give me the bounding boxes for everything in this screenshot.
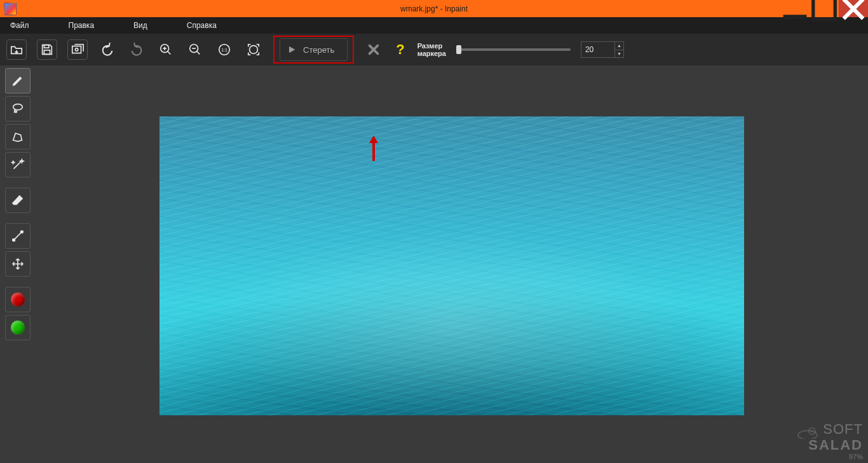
- color-green[interactable]: [5, 315, 31, 340]
- watermark-line1: SOFT: [823, 421, 863, 437]
- annotation-arrow-icon: [367, 134, 380, 162]
- erase-label: Стереть: [303, 45, 334, 55]
- play-icon: [287, 45, 297, 55]
- svg-point-11: [13, 104, 22, 110]
- color-red[interactable]: [5, 287, 31, 312]
- zoom-out-button[interactable]: [186, 40, 205, 59]
- save-button[interactable]: [37, 39, 57, 60]
- workspace: [0, 66, 868, 463]
- tool-polygon[interactable]: [5, 124, 31, 149]
- slider-thumb[interactable]: [456, 45, 461, 54]
- watermark-icon: [797, 425, 818, 439]
- canvas-area: [35, 66, 868, 463]
- undo-button[interactable]: [98, 40, 117, 59]
- spinner-down[interactable]: ▼: [614, 50, 623, 58]
- svg-point-12: [12, 239, 15, 242]
- watermark-pct: 97%: [797, 453, 863, 460]
- help-button[interactable]: ?: [393, 41, 407, 58]
- tool-line[interactable]: [5, 223, 31, 249]
- svg-point-10: [250, 46, 258, 54]
- svg-rect-2: [44, 45, 48, 48]
- erase-button[interactable]: Стереть: [280, 38, 348, 61]
- marker-size-spinner[interactable]: ▲ ▼: [581, 41, 624, 58]
- tool-eraser[interactable]: [5, 188, 31, 213]
- menu-edit[interactable]: Правка: [61, 18, 102, 32]
- redo-button[interactable]: [127, 40, 146, 59]
- watermark-line2: SALAD: [797, 439, 863, 452]
- svg-rect-3: [44, 50, 50, 54]
- cancel-button[interactable]: [364, 40, 383, 59]
- titlebar: wmark.jpg* - Inpaint: [0, 0, 868, 17]
- tool-marker[interactable]: [5, 68, 31, 93]
- toolbar: 1:1 Стереть ? Размер маркера ▲ ▼: [0, 34, 868, 66]
- spinner-up[interactable]: ▲: [614, 42, 623, 50]
- marker-size-slider[interactable]: [456, 48, 571, 51]
- menu-file[interactable]: Файл: [3, 18, 37, 32]
- erase-highlight: Стереть: [273, 36, 354, 64]
- tool-lasso[interactable]: [5, 96, 31, 121]
- zoom-fit-button[interactable]: [244, 40, 263, 59]
- svg-point-13: [20, 231, 23, 233]
- batch-button[interactable]: [67, 39, 88, 60]
- svg-point-5: [75, 48, 78, 51]
- svg-rect-0: [783, 15, 807, 19]
- svg-point-15: [811, 430, 813, 432]
- sidebar: [0, 66, 35, 463]
- canvas-image[interactable]: [159, 116, 744, 415]
- tool-move[interactable]: [5, 251, 31, 277]
- svg-rect-4: [72, 46, 81, 53]
- watermark: SOFT SALAD 97%: [797, 423, 863, 460]
- marker-size-input[interactable]: [581, 42, 614, 57]
- marker-size-label: Размер маркера: [417, 42, 446, 57]
- menubar: Файл Правка Вид Справка: [0, 17, 868, 34]
- tool-magic-wand[interactable]: [5, 152, 31, 177]
- window-title: wmark.jpg* - Inpaint: [0, 4, 868, 13]
- zoom-in-button[interactable]: [156, 40, 175, 59]
- menu-view[interactable]: Вид: [126, 18, 155, 32]
- svg-text:1:1: 1:1: [221, 48, 227, 52]
- menu-help[interactable]: Справка: [179, 18, 224, 32]
- zoom-actual-button[interactable]: 1:1: [215, 40, 234, 59]
- open-button[interactable]: [6, 39, 27, 60]
